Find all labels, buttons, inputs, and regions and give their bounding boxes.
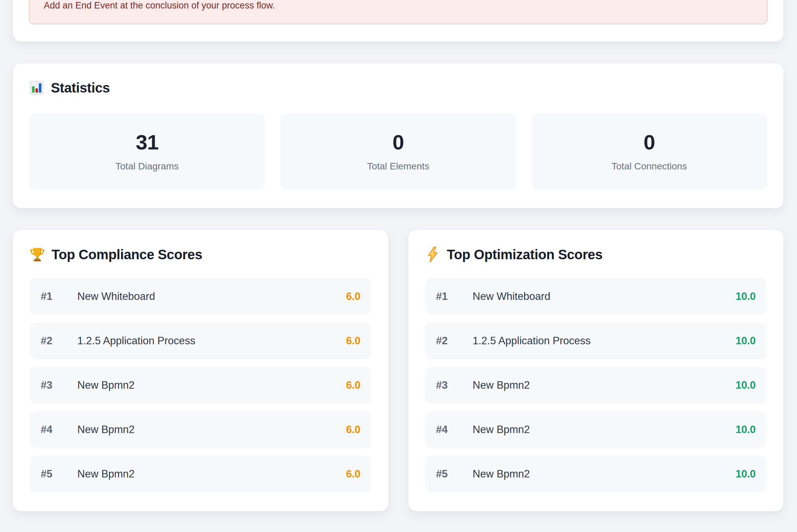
rank-label: #2 — [436, 335, 460, 347]
stat-value: 0 — [393, 132, 403, 153]
score-value: 10.0 — [736, 423, 756, 436]
stat-box-total-connections: 0 Total Connections — [531, 114, 767, 189]
rank-label: #4 — [41, 423, 65, 436]
rank-label: #4 — [436, 423, 460, 436]
leaderboard-row[interactable]: #3 New Bpmn2 10.0 — [425, 367, 767, 403]
leaderboard-row[interactable]: #3 New Bpmn2 6.0 — [30, 367, 372, 403]
stat-value: 31 — [135, 132, 158, 153]
score-value: 6.0 — [346, 290, 360, 303]
stat-box-total-elements: 0 Total Elements — [280, 114, 516, 189]
optimization-header: Top Optimization Scores — [425, 246, 767, 263]
optimization-rows: #1 New Whiteboard 10.0 #2 1.2.5 Applicat… — [425, 278, 767, 492]
compliance-header: Top Compliance Scores — [30, 246, 372, 263]
score-value: 10.0 — [736, 468, 756, 480]
rank-label: #5 — [436, 468, 460, 480]
suggestion-alert: Add an End Event at the conclusion of yo… — [29, 0, 767, 24]
rank-label: #5 — [41, 468, 65, 480]
statistics-card: Statistics 31 Total Diagrams 0 Total Ele… — [13, 63, 783, 208]
diagram-name: New Bpmn2 — [77, 379, 346, 392]
leaderboards-grid: Top Compliance Scores #1 New Whiteboard … — [13, 230, 783, 511]
diagram-name: 1.2.5 Application Process — [77, 335, 346, 347]
lightning-icon — [425, 246, 440, 263]
leaderboard-row[interactable]: #5 New Bpmn2 10.0 — [425, 456, 767, 492]
score-value: 6.0 — [346, 468, 360, 480]
optimization-scores-card: Top Optimization Scores #1 New Whiteboar… — [408, 230, 784, 511]
diagram-name: New Whiteboard — [473, 290, 736, 303]
stat-label: Total Diagrams — [115, 162, 179, 171]
suggestion-alert-text: Add an End Event at the conclusion of yo… — [44, 0, 275, 11]
stat-label: Total Elements — [367, 162, 429, 171]
score-value: 10.0 — [736, 290, 756, 303]
diagram-name: New Bpmn2 — [473, 379, 736, 392]
rank-label: #1 — [436, 290, 460, 303]
diagram-name: New Whiteboard — [77, 290, 346, 303]
dashboard-page: Add an End Event at the conclusion of yo… — [0, 0, 797, 511]
compliance-scores-card: Top Compliance Scores #1 New Whiteboard … — [13, 230, 388, 511]
compliance-rows: #1 New Whiteboard 6.0 #2 1.2.5 Applicati… — [30, 278, 372, 492]
score-value: 6.0 — [346, 423, 360, 436]
diagram-name: New Bpmn2 — [473, 423, 736, 436]
diagram-name: New Bpmn2 — [473, 468, 736, 480]
score-value: 10.0 — [736, 335, 756, 347]
diagram-name: New Bpmn2 — [77, 468, 346, 480]
leaderboard-row[interactable]: #4 New Bpmn2 10.0 — [425, 411, 767, 448]
statistics-title: Statistics — [51, 80, 110, 96]
leaderboard-row[interactable]: #4 New Bpmn2 6.0 — [30, 411, 372, 448]
diagram-name: 1.2.5 Application Process — [473, 335, 736, 347]
suggestions-card: Add an End Event at the conclusion of yo… — [13, 0, 783, 42]
statistics-header: Statistics — [29, 80, 767, 96]
optimization-title: Top Optimization Scores — [447, 247, 603, 262]
stat-value: 0 — [644, 132, 655, 153]
leaderboard-row[interactable]: #2 1.2.5 Application Process 6.0 — [30, 323, 372, 359]
stats-grid: 31 Total Diagrams 0 Total Elements 0 Tot… — [29, 114, 767, 189]
score-value: 10.0 — [736, 379, 756, 392]
diagram-name: New Bpmn2 — [77, 423, 346, 436]
bar-chart-icon — [29, 80, 44, 96]
leaderboard-row[interactable]: #5 New Bpmn2 6.0 — [30, 456, 372, 492]
compliance-title: Top Compliance Scores — [52, 247, 202, 262]
rank-label: #3 — [41, 379, 65, 392]
leaderboard-row[interactable]: #1 New Whiteboard 6.0 — [30, 278, 372, 315]
stat-label: Total Connections — [612, 162, 687, 171]
score-value: 6.0 — [346, 335, 360, 347]
stat-box-total-diagrams: 31 Total Diagrams — [29, 114, 265, 189]
leaderboard-row[interactable]: #2 1.2.5 Application Process 10.0 — [425, 323, 767, 359]
score-value: 6.0 — [346, 379, 360, 392]
leaderboard-row[interactable]: #1 New Whiteboard 10.0 — [425, 278, 767, 315]
trophy-icon — [30, 246, 45, 263]
rank-label: #2 — [41, 335, 65, 347]
rank-label: #1 — [41, 290, 65, 303]
rank-label: #3 — [436, 379, 460, 392]
